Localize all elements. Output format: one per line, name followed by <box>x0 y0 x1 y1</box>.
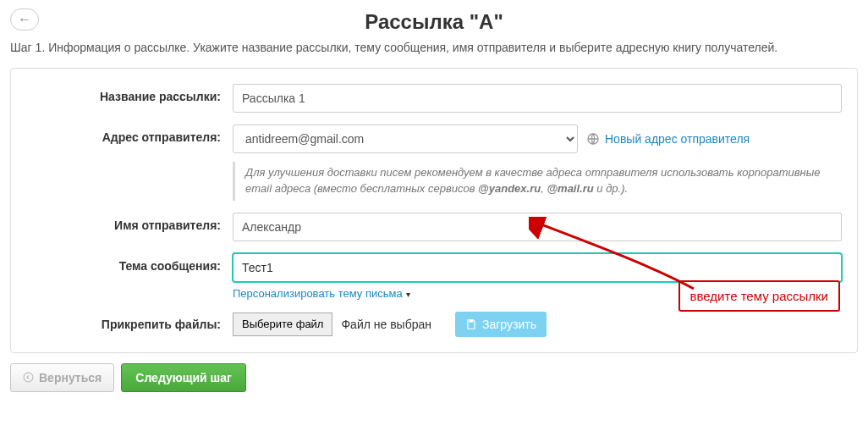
new-sender-address-link[interactable]: Новый адрес отправителя <box>586 132 750 146</box>
save-icon <box>465 318 477 330</box>
next-step-button[interactable]: Следующий шаг <box>121 363 246 392</box>
back-button[interactable]: Вернуться <box>10 363 114 392</box>
svg-rect-1 <box>470 320 474 323</box>
form-panel: Название рассылки: Адрес отправителя: an… <box>10 68 858 353</box>
campaign-name-input[interactable] <box>233 84 842 113</box>
sender-name-input[interactable] <box>233 213 842 241</box>
annotation-callout: введите тему рассылки <box>678 280 840 312</box>
sender-hint: Для улучшения доставки писем рекомендуем… <box>233 162 842 201</box>
subject-input[interactable] <box>233 253 842 282</box>
upload-button[interactable]: Загрузить <box>455 312 547 337</box>
subject-label: Тема сообщения: <box>26 253 233 273</box>
choose-file-button[interactable]: Выберите файл <box>233 312 332 336</box>
back-arrow-button[interactable]: ← <box>10 8 39 30</box>
sender-address-select[interactable]: antidreem@gmail.com <box>233 124 578 153</box>
page-title: Рассылка "А" <box>10 10 858 34</box>
file-status: Файл не выбран <box>341 318 431 331</box>
sender-name-label: Имя отправителя: <box>26 213 233 232</box>
personalize-subject-link[interactable]: Персонализировать тему письма ▾ <box>233 287 410 300</box>
caret-down-icon: ▾ <box>404 290 411 299</box>
svg-point-2 <box>24 373 33 383</box>
world-icon <box>586 132 600 146</box>
campaign-name-label: Название рассылки: <box>26 84 233 103</box>
sender-address-label: Адрес отправителя: <box>26 124 233 144</box>
arrow-left-circle-icon <box>23 372 34 383</box>
step-description: Шаг 1. Информация о рассылке. Укажите на… <box>10 39 858 56</box>
attach-label: Прикрепить файлы: <box>26 312 233 331</box>
